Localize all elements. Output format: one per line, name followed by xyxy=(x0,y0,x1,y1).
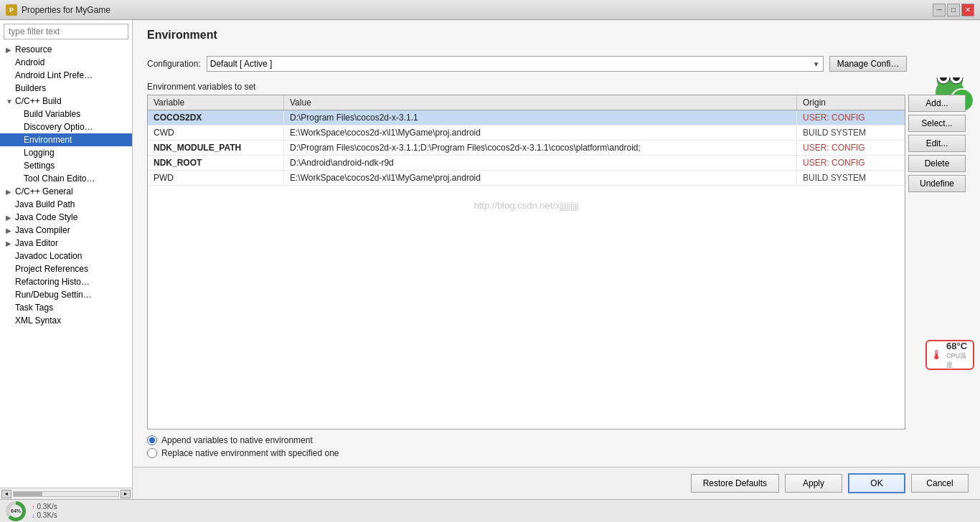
sidebar-item-java-code-style[interactable]: ▶Java Code Style xyxy=(0,211,132,224)
sidebar-scrollbar[interactable]: ◂ ▸ xyxy=(0,488,132,499)
sidebar-label-settings: Settings xyxy=(24,161,55,171)
sidebar-item-xml-syntax[interactable]: XML Syntax xyxy=(0,314,132,327)
sidebar-item-java-compiler[interactable]: ▶Java Compiler xyxy=(0,224,132,237)
upload-speed-row: ↑ 0.3K/s xyxy=(32,503,57,511)
sidebar-item-task-tags[interactable]: Task Tags xyxy=(0,301,132,314)
sidebar-label-tool-chain: Tool Chain Edito… xyxy=(24,174,95,184)
scroll-left-btn[interactable]: ◂ xyxy=(1,490,11,498)
table-header: Variable Value Origin xyxy=(148,95,905,110)
radio-label-replace: Replace native environment with specifie… xyxy=(161,448,339,458)
sidebar-item-javadoc-location[interactable]: Javadoc Location xyxy=(0,250,132,262)
sidebar-item-cpp-general[interactable]: ▶C/C++ General xyxy=(0,185,132,198)
table-row[interactable]: NDK_ROOTD:\Android\android-ndk-r9dUSER: … xyxy=(148,156,905,171)
cell-variable-2: NDK_MODULE_PATH xyxy=(148,141,284,155)
table-row[interactable]: CWDE:\WorkSpace\cocos2d-x\l1\MyGame\proj… xyxy=(148,125,905,141)
config-label: Configuration: xyxy=(147,59,201,69)
sidebar-item-tool-chain[interactable]: Tool Chain Edito… xyxy=(0,172,132,185)
table-row[interactable]: PWDE:\WorkSpace\cocos2d-x\l1\MyGame\proj… xyxy=(148,171,905,186)
apply-button[interactable]: Apply xyxy=(785,474,842,493)
sidebar-label-environment: Environment xyxy=(24,135,72,145)
progress-circle: 64% xyxy=(6,501,26,521)
action-btn-select[interactable]: Select... xyxy=(908,115,966,132)
cpu-temp-widget: 🌡 68°C CPU温度 xyxy=(925,340,974,370)
radio-row-append: Append variables to native environment xyxy=(147,435,966,445)
minimize-button[interactable]: ─ xyxy=(933,4,946,16)
env-vars-table: Variable Value Origin COCOS2DXD:\Program… xyxy=(147,95,905,430)
main-area: ▶ResourceAndroidAndroid Lint Prefe…Build… xyxy=(0,20,980,499)
cell-value-0: D:\Program Files\cocos2d-x-3.1.1 xyxy=(284,110,797,125)
maximize-button[interactable]: □ xyxy=(947,4,960,16)
radio-replace[interactable] xyxy=(147,448,157,458)
tree-arrow-java-compiler: ▶ xyxy=(6,227,13,234)
action-btn-delete[interactable]: Delete xyxy=(908,155,966,172)
temp-info: 68°C CPU温度 xyxy=(946,341,969,370)
table-row[interactable]: NDK_MODULE_PATHD:\Program Files\cocos2d-… xyxy=(148,141,905,156)
content-header: Environment xyxy=(133,20,980,50)
cell-variable-4: PWD xyxy=(148,171,284,185)
action-btn-undefine[interactable]: Undefine xyxy=(908,175,966,192)
cell-value-1: E:\WorkSpace\cocos2d-x\l1\MyGame\proj.an… xyxy=(284,125,797,140)
ok-button[interactable]: OK xyxy=(848,473,905,493)
sidebar-label-android-lint: Android Lint Prefe… xyxy=(15,70,93,80)
sidebar-label-run-debug: Run/Debug Settin… xyxy=(15,290,92,300)
scroll-right-btn[interactable]: ▸ xyxy=(121,490,131,498)
sidebar-item-run-debug[interactable]: Run/Debug Settin… xyxy=(0,288,132,301)
title-bar: P Properties for MyGame ─ □ ✕ xyxy=(0,0,980,20)
config-dropdown[interactable]: Default [ Active ] ▼ xyxy=(207,56,824,72)
cell-value-3: D:\Android\android-ndk-r9d xyxy=(284,156,797,170)
sidebar-item-builders[interactable]: Builders xyxy=(0,82,132,95)
upload-icon: ↑ xyxy=(32,503,35,511)
window-title: Properties for MyGame xyxy=(22,5,110,15)
table-body: COCOS2DXD:\Program Files\cocos2d-x-3.1.1… xyxy=(148,110,905,429)
manage-config-button[interactable]: Manage Confi… xyxy=(829,56,908,72)
cancel-button[interactable]: Cancel xyxy=(911,474,969,493)
sidebar-label-builders: Builders xyxy=(15,83,46,93)
scroll-track[interactable] xyxy=(13,491,119,497)
temp-label: CPU温度 xyxy=(946,351,969,370)
sidebar-item-resource[interactable]: ▶Resource xyxy=(0,43,132,56)
content-area: ✓ Environment Configuration: Default [ A… xyxy=(133,20,980,499)
upload-speed: 0.3K/s xyxy=(37,503,57,511)
close-button[interactable]: ✕ xyxy=(961,4,974,16)
sidebar-item-build-variables[interactable]: Build Variables xyxy=(0,108,132,120)
scroll-thumb xyxy=(14,492,42,496)
action-buttons: Add...Select...Edit...DeleteUndefine xyxy=(908,95,966,192)
restore-defaults-button[interactable]: Restore Defaults xyxy=(691,474,779,493)
sidebar-item-refactoring-history[interactable]: Refactoring Histo… xyxy=(0,275,132,288)
sidebar-item-discovery-options[interactable]: Discovery Optio… xyxy=(0,120,132,133)
page-title: Environment xyxy=(147,29,966,42)
sidebar-item-android[interactable]: Android xyxy=(0,56,132,69)
cell-origin-3: USER: CONFIG xyxy=(797,156,905,170)
sidebar-item-cpp-build[interactable]: ▼C/C++ Build xyxy=(0,95,132,108)
action-btn-edit[interactable]: Edit... xyxy=(908,135,966,152)
dropdown-arrow-icon: ▼ xyxy=(813,60,820,68)
action-btn-add[interactable]: Add... xyxy=(908,95,966,112)
sidebar-label-task-tags: Task Tags xyxy=(15,303,53,313)
window-controls: ─ □ ✕ xyxy=(933,4,974,16)
radio-label-append: Append variables to native environment xyxy=(161,435,313,445)
cell-origin-1: BUILD SYSTEM xyxy=(797,125,905,140)
sidebar-label-build-variables: Build Variables xyxy=(24,109,80,119)
sidebar-item-project-references[interactable]: Project References xyxy=(0,262,132,275)
radio-append[interactable] xyxy=(147,435,157,445)
sidebar-label-logging: Logging xyxy=(24,148,55,158)
sidebar-item-logging[interactable]: Logging xyxy=(0,146,132,159)
temp-value: 68°C xyxy=(946,341,969,351)
watermark-text: http://blog.csdn.net/xjjjjjjjjj xyxy=(148,186,905,225)
sidebar-item-environment[interactable]: Environment xyxy=(0,133,132,146)
sidebar-item-java-build-path[interactable]: Java Build Path xyxy=(0,198,132,211)
tree-arrow-cpp-general: ▶ xyxy=(6,188,13,196)
sidebar-item-java-editor[interactable]: ▶Java Editor xyxy=(0,237,132,250)
table-row[interactable]: COCOS2DXD:\Program Files\cocos2d-x-3.1.1… xyxy=(148,110,905,125)
sidebar-item-android-lint[interactable]: Android Lint Prefe… xyxy=(0,69,132,82)
cell-variable-0: COCOS2DX xyxy=(148,110,284,125)
sidebar-label-cpp-build: C/C++ Build xyxy=(15,96,62,106)
sidebar-label-discovery-options: Discovery Optio… xyxy=(24,122,93,132)
sidebar-tree: ▶ResourceAndroidAndroid Lint Prefe…Build… xyxy=(0,43,132,488)
sidebar-item-settings[interactable]: Settings xyxy=(0,159,132,172)
th-value: Value xyxy=(284,95,797,110)
filter-input[interactable] xyxy=(4,24,128,39)
sidebar-label-refactoring-history: Refactoring Histo… xyxy=(15,277,90,287)
cell-value-4: E:\WorkSpace\cocos2d-x\l1\MyGame\proj.an… xyxy=(284,171,797,185)
tree-arrow-cpp-build: ▼ xyxy=(6,98,13,105)
